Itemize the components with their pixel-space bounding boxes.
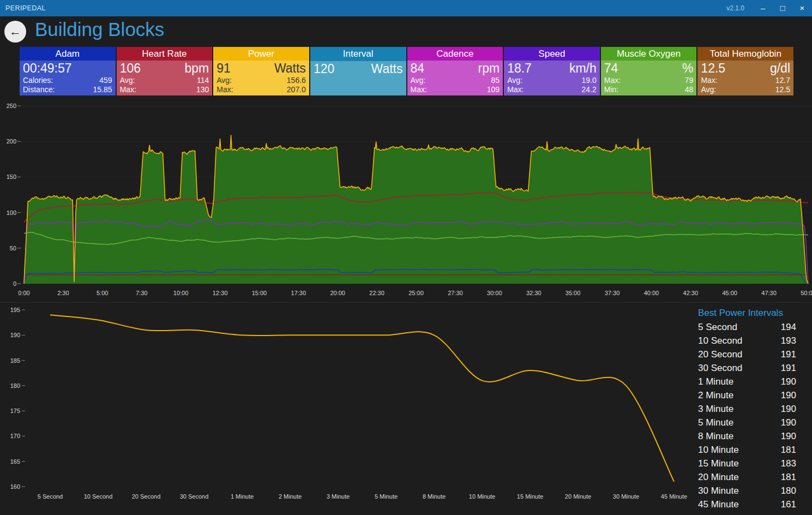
best-power-row: 5 Second194 [698, 320, 796, 334]
panel-unit: bpm [185, 61, 209, 76]
panel-body: 18.7km/hAvg:19.0Max:24.2 [504, 61, 600, 95]
svg-text:10 Minute: 10 Minute [469, 493, 495, 500]
svg-text:2:30: 2:30 [57, 290, 69, 296]
metric-panels: Adam00:49:57Calories:459Distance:15.85He… [20, 47, 793, 95]
panel-unit: Watts [274, 61, 306, 76]
svg-text:25:00: 25:00 [408, 290, 424, 296]
svg-text:8 Minute: 8 Minute [423, 493, 446, 500]
svg-text:3 Minute: 3 Minute [327, 493, 350, 500]
panel-stat-row: Max:207.0 [216, 85, 306, 94]
svg-text:185: 185 [10, 357, 20, 364]
svg-text:27:30: 27:30 [448, 290, 463, 296]
best-power-row: 5 Minute190 [698, 416, 796, 429]
svg-text:180: 180 [10, 382, 20, 389]
panel-title: Power [213, 47, 309, 61]
svg-text:200: 200 [7, 138, 16, 145]
best-power-row: 20 Second191 [698, 348, 796, 361]
panel-body: 120Watts [310, 61, 406, 95]
svg-text:20 Minute: 20 Minute [565, 493, 591, 500]
svg-text:10:00: 10:00 [173, 290, 189, 296]
metric-panel-adam[interactable]: Adam00:49:57Calories:459Distance:15.85 [20, 47, 116, 95]
best-power-row: 3 Minute190 [698, 402, 796, 416]
panel-title: Adam [20, 47, 116, 61]
svg-text:150: 150 [7, 173, 16, 180]
svg-text:45:00: 45:00 [722, 290, 737, 296]
svg-text:0: 0 [13, 280, 16, 287]
panel-body: 84rpmAvg:85Max:109 [407, 61, 503, 95]
svg-text:15:00: 15:00 [252, 290, 267, 296]
titlebar: PERIPEDAL v2.1.0 – □ × [0, 0, 812, 16]
svg-text:165: 165 [10, 458, 20, 465]
panel-value: 00:49:57 [23, 61, 72, 76]
panel-stat-row: Max:79 [604, 76, 694, 85]
panel-stat-row: Avg:85 [411, 76, 500, 85]
svg-text:1 Minute: 1 Minute [231, 493, 254, 500]
panel-stat-row: Avg:12.5 [701, 85, 790, 94]
best-power-row: 30 Second191 [698, 361, 796, 375]
svg-text:30:00: 30:00 [487, 290, 502, 296]
panel-body: 12.5g/dlMax:12.7Avg:12.5 [697, 61, 793, 95]
maximize-icon[interactable]: □ [773, 0, 792, 16]
panel-unit: % [682, 61, 693, 76]
svg-text:160: 160 [10, 483, 20, 490]
best-power-row: 15 Minute183 [698, 457, 796, 470]
panel-value: 120 [314, 61, 334, 76]
metric-panel-heart-rate[interactable]: Heart Rate106bpmAvg:114Max:130 [117, 47, 213, 95]
panel-body: 106bpmAvg:114Max:130 [117, 61, 213, 95]
best-power-row: 10 Minute181 [698, 443, 796, 457]
minimize-icon[interactable]: – [753, 0, 773, 16]
panel-stat-row: Avg:19.0 [507, 76, 597, 85]
svg-text:47:30: 47:30 [761, 290, 777, 296]
back-arrow-icon: ← [9, 25, 21, 39]
panel-body: 91WattsAvg:156.6Max:207.0 [213, 61, 309, 95]
svg-text:45 Minute: 45 Minute [661, 493, 687, 500]
svg-text:5 Second: 5 Second [38, 493, 63, 500]
svg-text:195: 195 [10, 307, 20, 313]
panel-stat-row: Calories:459 [23, 76, 112, 85]
panel-stat-row: Max:24.2 [507, 85, 597, 94]
close-icon[interactable]: × [792, 0, 812, 16]
metric-panel-interval[interactable]: Interval120Watts [310, 47, 406, 95]
best-power-row: 1 Minute190 [698, 375, 796, 388]
metric-panel-muscle-oxygen[interactable]: Muscle Oxygen74%Max:79Min:48 [601, 47, 697, 95]
svg-text:15 Minute: 15 Minute [517, 493, 543, 500]
panel-title: Total Hemoglobin [697, 47, 793, 61]
svg-text:22:30: 22:30 [369, 290, 384, 296]
svg-text:5:00: 5:00 [97, 290, 108, 296]
panel-title: Interval [310, 47, 406, 61]
svg-text:30 Second: 30 Second [180, 493, 209, 500]
svg-text:2 Minute: 2 Minute [279, 493, 302, 500]
svg-text:250: 250 [7, 103, 16, 109]
metric-panel-cadence[interactable]: Cadence84rpmAvg:85Max:109 [407, 47, 503, 95]
panel-body: 74%Max:79Min:48 [601, 61, 697, 95]
svg-text:12:30: 12:30 [213, 290, 228, 296]
svg-text:20 Second: 20 Second [132, 493, 161, 500]
panel-stat-row: Distance:15.85 [23, 85, 112, 94]
page-title: Building Blocks [35, 19, 164, 40]
svg-text:17:30: 17:30 [291, 290, 306, 296]
metric-panel-total-hemoglobin[interactable]: Total Hemoglobin12.5g/dlMax:12.7Avg:12.5 [697, 47, 793, 95]
svg-text:40:00: 40:00 [644, 290, 659, 296]
panel-unit: km/h [569, 61, 597, 76]
panel-value: 74 [604, 61, 618, 76]
back-button[interactable]: ← [4, 21, 26, 43]
panel-stat-row: Min:48 [604, 85, 694, 94]
panel-stat-row: Max:109 [411, 85, 500, 94]
svg-text:32:30: 32:30 [526, 290, 542, 296]
panel-body: 00:49:57Calories:459Distance:15.85 [20, 61, 116, 95]
best-power-row: 8 Minute190 [698, 429, 796, 443]
metric-panel-speed[interactable]: Speed18.7km/hAvg:19.0Max:24.2 [504, 47, 600, 95]
panel-stat-row: Max:12.7 [701, 76, 790, 85]
panel-title: Cadence [407, 47, 503, 61]
panel-title: Muscle Oxygen [601, 47, 697, 61]
best-power-row: 30 Minute180 [698, 484, 796, 498]
panel-unit: Watts [371, 61, 403, 76]
svg-text:50:00: 50:00 [801, 290, 812, 296]
metric-panel-power[interactable]: Power91WattsAvg:156.6Max:207.0 [213, 47, 309, 95]
svg-text:170: 170 [10, 433, 20, 439]
panel-value: 91 [216, 61, 231, 76]
best-power-curve-chart: 1601651701751801851901955 Second10 Secon… [0, 303, 697, 515]
svg-text:37:30: 37:30 [605, 290, 620, 296]
svg-text:30 Minute: 30 Minute [613, 493, 639, 500]
panel-stat-row: Max:130 [120, 85, 209, 94]
